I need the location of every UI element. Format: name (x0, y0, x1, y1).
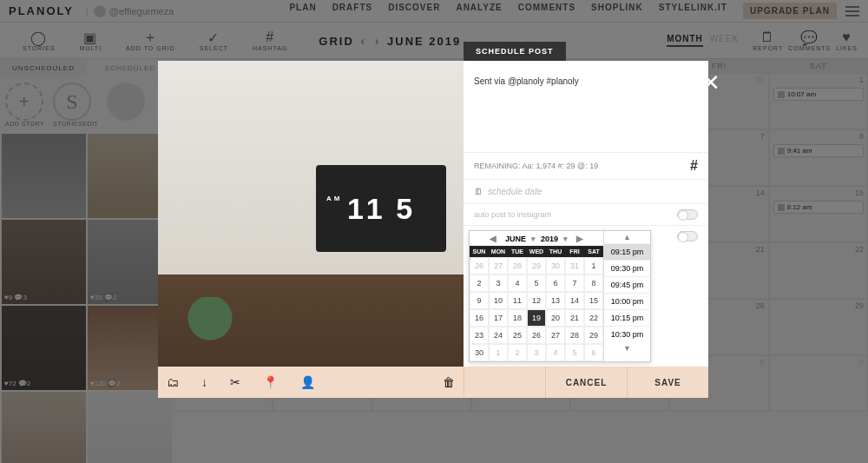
picker-day[interactable]: 12 (527, 292, 546, 309)
picker-day[interactable]: 5 (565, 344, 584, 361)
caption-input[interactable]: Sent via @planoly #planoly (464, 61, 708, 152)
picker-time[interactable]: 10:30 pm (604, 326, 650, 342)
char-remaining: REMAINING: Aa: 1,974 #: 29 @: 19 # (464, 152, 708, 179)
picker-day[interactable]: 6 (546, 274, 565, 292)
picker-time[interactable]: 09:45 pm (604, 276, 650, 293)
picker-time[interactable]: 10:15 pm (604, 309, 650, 326)
picker-day[interactable]: 17 (489, 309, 508, 327)
picker-day[interactable]: 27 (489, 257, 508, 274)
clock-graphic: 11 5 (316, 165, 446, 252)
crop-icon[interactable]: ✂ (230, 375, 240, 389)
picker-day[interactable]: 21 (565, 309, 584, 327)
picker-time[interactable]: 09:30 pm (604, 260, 650, 276)
picker-day[interactable]: 23 (470, 327, 489, 344)
picker-day[interactable]: 7 (565, 274, 584, 292)
picker-day[interactable]: 31 (565, 257, 584, 274)
picker-day[interactable]: 6 (584, 344, 603, 361)
picker-day[interactable]: 27 (546, 327, 565, 344)
cancel-button[interactable]: CANCEL (545, 367, 627, 398)
picker-day[interactable]: 29 (527, 257, 546, 274)
notify-toggle[interactable] (677, 231, 698, 241)
picker-day[interactable]: 15 (584, 292, 603, 309)
picker-day[interactable]: 8 (584, 274, 603, 292)
gallery-icon[interactable]: 🗂 (167, 375, 179, 389)
hashtag-icon[interactable]: # (690, 158, 698, 174)
picker-day[interactable]: 25 (508, 327, 527, 344)
tag-user-icon[interactable]: 👤 (300, 375, 315, 389)
picker-day[interactable]: 9 (470, 292, 489, 309)
media-preview: 11 5 (158, 61, 464, 367)
prev-month-arrow-icon[interactable]: ◀ (486, 234, 500, 243)
download-icon[interactable]: ↓ (201, 375, 207, 389)
picker-time[interactable]: 10:00 pm (604, 293, 650, 309)
picker-day[interactable]: 30 (546, 257, 565, 274)
picker-day[interactable]: 1 (489, 344, 508, 361)
picker-day[interactable]: 22 (584, 309, 603, 327)
autopost-label: auto post to instagram (474, 210, 551, 219)
picker-day[interactable]: 20 (546, 309, 565, 327)
location-icon[interactable]: 📍 (263, 375, 278, 389)
datetime-picker[interactable]: ◀ JUNE ▾ 2019 ▾ ▶ SUNMONTUEWEDTHUFRISAT … (469, 230, 651, 362)
picker-day[interactable]: 11 (508, 292, 527, 309)
picker-day[interactable]: 16 (470, 309, 489, 327)
picker-time[interactable]: 09:15 pm (604, 243, 650, 260)
picker-day[interactable]: 28 (508, 257, 527, 274)
trash-icon[interactable]: 🗑 (443, 375, 455, 389)
picker-day[interactable]: 3 (489, 274, 508, 292)
schedule-post-tab: SCHEDULE POST (464, 42, 566, 61)
picker-day[interactable]: 5 (527, 274, 546, 292)
picker-day[interactable]: 28 (565, 327, 584, 344)
picker-day[interactable]: 3 (527, 344, 546, 361)
picker-day[interactable]: 26 (527, 327, 546, 344)
schedule-date-input[interactable]: 🗓 schedule date (464, 179, 708, 203)
picker-day[interactable]: 13 (546, 292, 565, 309)
picker-day[interactable]: 30 (470, 344, 489, 361)
picker-day[interactable]: 10 (489, 292, 508, 309)
picker-day[interactable]: 26 (470, 257, 489, 274)
picker-day[interactable]: 19 (527, 309, 546, 327)
picker-day[interactable]: 2 (470, 274, 489, 292)
picker-day[interactable]: 29 (584, 327, 603, 344)
autopost-toggle[interactable] (677, 209, 698, 220)
save-button[interactable]: SAVE (627, 367, 708, 398)
picker-day[interactable]: 18 (508, 309, 527, 327)
picker-day[interactable]: 24 (489, 327, 508, 344)
picker-day[interactable]: 4 (508, 274, 527, 292)
picker-day[interactable]: 4 (546, 344, 565, 361)
calendar-icon: 🗓 (474, 187, 483, 196)
time-up-icon[interactable]: ▲ (604, 231, 650, 243)
picker-day[interactable]: 2 (508, 344, 527, 361)
next-month-arrow-icon[interactable]: ▶ (573, 234, 587, 243)
time-down-icon[interactable]: ▼ (604, 342, 650, 354)
picker-day[interactable]: 1 (584, 257, 603, 274)
picker-day[interactable]: 14 (565, 292, 584, 309)
